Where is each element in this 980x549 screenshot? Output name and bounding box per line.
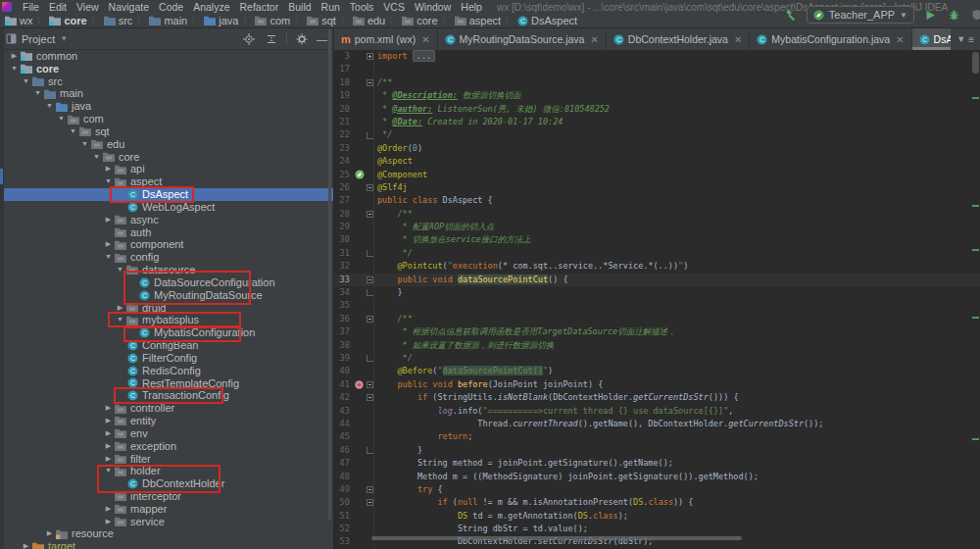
breadcrumb-item-src[interactable]: src (102, 15, 135, 26)
tab-dbcontextholder-java[interactable]: CDbContextHolder.java✕ (607, 28, 751, 50)
code-area[interactable]: 3import ...1718/**19 * @Description: 数据源… (334, 50, 980, 549)
breadcrumb-item-dsaspect[interactable]: CDsAspect (515, 15, 579, 26)
breadcrumb-item-core[interactable]: core (47, 15, 88, 26)
tree-item-sqt[interactable]: ▼sqt (0, 125, 333, 138)
menu-item-help[interactable]: Help (456, 1, 487, 13)
breadcrumb-item-com[interactable]: com (253, 15, 292, 26)
expand-arrow-icon[interactable]: ▼ (21, 75, 31, 88)
menu-item-analyze[interactable]: Analyze (188, 1, 234, 13)
tree-item-service[interactable]: ▶service (0, 516, 333, 528)
tree-item-controller[interactable]: ▶controller (0, 402, 333, 415)
fold-marker[interactable] (366, 247, 374, 260)
close-icon[interactable]: ✕ (896, 34, 904, 45)
expand-arrow-icon[interactable]: ▼ (68, 125, 78, 138)
fold-marker[interactable] (366, 352, 374, 365)
fold-marker[interactable] (366, 483, 374, 496)
expand-arrow-icon[interactable]: ▼ (91, 151, 102, 164)
menu-item-vcs[interactable]: VCS (378, 1, 410, 13)
settings-gear-icon[interactable] (294, 31, 310, 47)
tab-mybatisconfiguration-java[interactable]: CMybatisConfiguration.java✕ (750, 28, 911, 50)
tree-item-auth[interactable]: auth (0, 226, 333, 239)
tree-item-core[interactable]: ▼core (0, 63, 333, 75)
tree-item-component[interactable]: ▶component (0, 238, 333, 251)
hide-panel-icon[interactable]: — (317, 34, 327, 44)
expand-arrow-icon[interactable]: ▶ (103, 402, 114, 415)
debug-icon[interactable] (946, 7, 961, 23)
tree-item-config[interactable]: ▼config (0, 251, 333, 264)
tree-item-resource[interactable]: ▶resource (0, 527, 333, 540)
expand-arrow-icon[interactable]: ▶ (103, 453, 114, 466)
menu-item-navigate[interactable]: Navigate (104, 1, 154, 13)
expand-arrow-icon[interactable]: ▼ (32, 87, 43, 100)
fold-marker[interactable] (366, 274, 374, 286)
close-icon[interactable]: ✕ (734, 34, 742, 45)
fold-marker[interactable] (366, 50, 374, 63)
fold-marker[interactable] (366, 76, 374, 89)
menu-item-edit[interactable]: Edit (44, 1, 72, 13)
project-panel-title[interactable]: Project (22, 33, 55, 45)
tree-item-filterconfig[interactable]: CFilterConfig (0, 352, 333, 365)
fold-marker[interactable] (366, 128, 374, 141)
fold-marker[interactable] (366, 208, 374, 221)
expand-arrow-icon[interactable]: ▼ (103, 251, 114, 264)
tree-item-env[interactable]: ▶env (0, 427, 333, 440)
scrollbar-thumb[interactable] (972, 52, 979, 74)
fold-marker[interactable] (366, 313, 374, 325)
expand-arrow-icon[interactable]: ▶ (103, 503, 114, 516)
breadcrumb-item-core[interactable]: core (400, 15, 439, 26)
menu-item-refactor[interactable]: Refactor (235, 1, 284, 13)
tree-item-entity[interactable]: ▶entity (0, 415, 333, 427)
breadcrumb-item-main[interactable]: main (147, 15, 189, 26)
menu-item-tools[interactable]: Tools (345, 1, 379, 13)
aop-advice-icon[interactable] (353, 378, 366, 391)
menu-item-code[interactable]: Code (154, 1, 188, 13)
expand-arrow-icon[interactable]: ▶ (9, 50, 20, 63)
project-scrollbar[interactable] (328, 29, 331, 520)
spring-bean-icon[interactable] (353, 169, 366, 181)
tree-item-mapper[interactable]: ▶mapper (0, 503, 333, 516)
tree-item-async[interactable]: ▶async (0, 214, 333, 226)
tree-item-com[interactable]: ▼com (0, 113, 333, 125)
build-hammer-icon[interactable] (783, 7, 799, 23)
expand-arrow-icon[interactable]: ▶ (44, 527, 55, 540)
editor-scrollbar[interactable] (971, 50, 979, 549)
tree-item-api[interactable]: ▶api (0, 163, 333, 175)
tab-myroutingdatasource-java[interactable]: CMyRoutingDataSource.java✕ (438, 28, 607, 50)
close-icon[interactable]: ✕ (421, 34, 429, 45)
expand-arrow-icon[interactable]: ▼ (9, 63, 20, 75)
tree-item-main[interactable]: ▼main (0, 87, 333, 100)
breadcrumb-item-wx[interactable]: wx (3, 15, 34, 26)
menu-item-window[interactable]: Window (410, 1, 456, 13)
fold-marker[interactable] (366, 286, 374, 299)
tree-item-edu[interactable]: ▼edu (0, 138, 333, 151)
expand-arrow-icon[interactable]: ▶ (21, 540, 31, 549)
tree-item-redisconfig[interactable]: CRedisConfig (0, 365, 333, 377)
tree-item-core[interactable]: ▼core (0, 151, 333, 164)
hidden-tabs-icon[interactable]: ▼≡ (951, 28, 980, 50)
breadcrumb-item-edu[interactable]: edu (351, 15, 387, 26)
breadcrumb-item-sqt[interactable]: sqt (305, 15, 338, 26)
expand-arrow-icon[interactable]: ▶ (103, 440, 114, 453)
collapse-all-icon[interactable] (264, 31, 279, 47)
tree-item-target[interactable]: ▶target (0, 540, 333, 549)
menu-item-run[interactable]: Run (317, 1, 345, 13)
fold-marker[interactable] (366, 181, 374, 194)
fold-marker[interactable] (366, 496, 374, 509)
horizontal-scrollbar-thumb[interactable] (371, 536, 742, 540)
expand-arrow-icon[interactable]: ▶ (103, 516, 114, 528)
locate-icon[interactable] (241, 31, 257, 47)
fold-marker[interactable] (366, 391, 374, 404)
tree-item-java[interactable]: ▼java (0, 100, 333, 113)
breadcrumb-item-aspect[interactable]: aspect (453, 15, 503, 26)
menu-item-file[interactable]: File (18, 1, 44, 13)
menu-item-build[interactable]: Build (283, 1, 316, 13)
fold-marker[interactable] (366, 378, 374, 391)
fold-marker[interactable] (366, 444, 374, 457)
menu-item-view[interactable]: View (72, 1, 104, 13)
expand-arrow-icon[interactable]: ▶ (103, 214, 114, 226)
expand-arrow-icon[interactable]: ▶ (103, 238, 114, 251)
breadcrumb-item-java[interactable]: java (202, 15, 240, 26)
tree-item-common[interactable]: ▶common (0, 50, 333, 63)
tree-item-exception[interactable]: ▶exception (0, 440, 333, 453)
expand-arrow-icon[interactable]: ▶ (103, 163, 114, 175)
